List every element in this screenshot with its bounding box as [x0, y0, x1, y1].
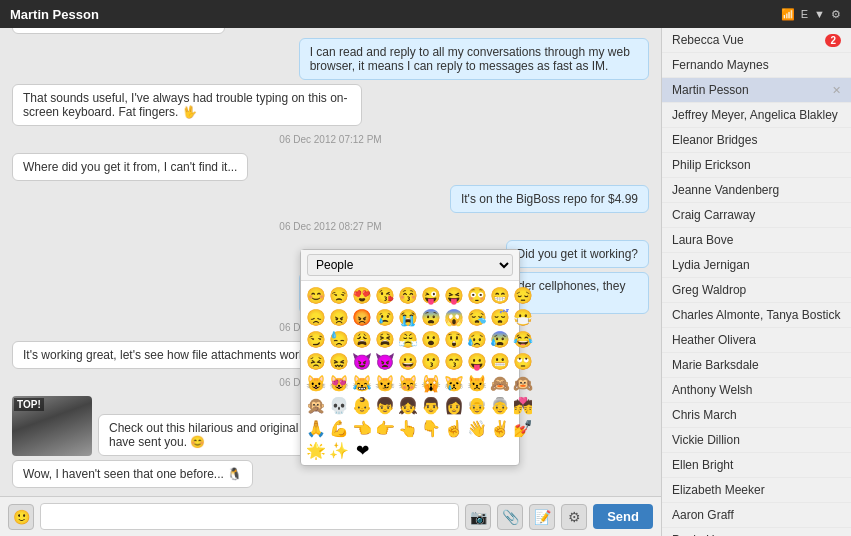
emoji-cell[interactable]: 🌟 [305, 440, 327, 461]
emoji-cell[interactable]: 😈 [351, 351, 373, 372]
emoji-cell[interactable]: ☝ [443, 418, 465, 439]
sidebar-contact-item[interactable]: Martin Pesson✕ [662, 78, 851, 103]
emoji-cell[interactable]: 👨 [420, 395, 442, 416]
emoji-cell[interactable]: 🙊 [305, 395, 327, 416]
emoji-cell[interactable]: 🙄 [512, 351, 534, 372]
sidebar-contact-item[interactable]: Jeanne Vandenberg [662, 178, 851, 203]
attachment-button[interactable]: 📎 [497, 504, 523, 530]
sidebar-contact-item[interactable]: Philip Erickson [662, 153, 851, 178]
emoji-cell[interactable]: 😡 [351, 307, 373, 328]
emoji-cell[interactable]: 💅 [512, 418, 534, 439]
emoji-cell[interactable]: 😿 [443, 373, 465, 394]
emoji-cell[interactable]: 😚 [397, 285, 419, 306]
emoji-cell[interactable]: 👦 [374, 395, 396, 416]
emoji-cell[interactable]: ❤ [351, 440, 373, 461]
emoji-cell[interactable]: 😣 [305, 351, 327, 372]
emoji-cell[interactable]: 😥 [466, 329, 488, 350]
emoji-cell[interactable]: 💏 [512, 395, 534, 416]
emoji-cell[interactable]: 😘 [374, 285, 396, 306]
emoji-cell[interactable]: 😏 [305, 329, 327, 350]
emoji-cell[interactable]: 😁 [489, 285, 511, 306]
sidebar-contact-item[interactable]: Paula Hance [662, 528, 851, 536]
emoji-cell[interactable]: 👿 [374, 351, 396, 372]
emoji-button[interactable]: 🙂 [8, 504, 34, 530]
note-button[interactable]: 📝 [529, 504, 555, 530]
sidebar-contact-item[interactable]: Jeffrey Meyer, Angelica Blakley [662, 103, 851, 128]
emoji-cell[interactable]: 😢 [374, 307, 396, 328]
emoji-cell[interactable]: 😻 [328, 373, 350, 394]
emoji-cell[interactable]: 😹 [351, 373, 373, 394]
emoji-cell[interactable]: 😝 [443, 285, 465, 306]
emoji-cell[interactable]: 👶 [351, 395, 373, 416]
emoji-cell[interactable]: 💪 [328, 418, 350, 439]
emoji-cell[interactable]: 😳 [466, 285, 488, 306]
sidebar-contact-item[interactable]: Chris March [662, 403, 851, 428]
sidebar-contact-item[interactable]: Elizabeth Meeker [662, 478, 851, 503]
emoji-cell[interactable]: ✨ [328, 440, 350, 461]
emoji-cell[interactable]: 👉 [374, 418, 396, 439]
emoji-cell[interactable]: 😂 [512, 329, 534, 350]
message-input[interactable] [40, 503, 459, 530]
emoji-cell[interactable]: 👈 [351, 418, 373, 439]
send-button[interactable]: Send [593, 504, 653, 529]
sidebar-contact-item[interactable]: Rebecca Vue2 [662, 28, 851, 53]
emoji-cell[interactable]: 😔 [512, 285, 534, 306]
emoji-cell[interactable]: 😮 [420, 329, 442, 350]
emoji-cell[interactable]: 😊 [305, 285, 327, 306]
emoji-cell[interactable]: 😬 [489, 351, 511, 372]
sidebar-contact-item[interactable]: Charles Almonte, Tanya Bostick [662, 303, 851, 328]
sidebar-contact-item[interactable]: Heather Olivera [662, 328, 851, 353]
emoji-cell[interactable]: 👆 [397, 418, 419, 439]
sidebar-contact-item[interactable]: Marie Barksdale [662, 353, 851, 378]
emoji-cell[interactable]: 😜 [420, 285, 442, 306]
emoji-cell[interactable]: 😩 [351, 329, 373, 350]
emoji-cell[interactable]: 💀 [328, 395, 350, 416]
emoji-cell[interactable]: 😲 [443, 329, 465, 350]
emoji-cell[interactable]: 😙 [443, 351, 465, 372]
emoji-cell[interactable]: 🙉 [512, 373, 534, 394]
emoji-cell[interactable]: 😒 [328, 285, 350, 306]
sidebar-contact-item[interactable]: Eleanor Bridges [662, 128, 851, 153]
sidebar-contact-item[interactable]: Craig Carraway [662, 203, 851, 228]
emoji-cell[interactable]: 👋 [466, 418, 488, 439]
emoji-cell[interactable]: 😨 [420, 307, 442, 328]
emoji-cell[interactable]: 👴 [466, 395, 488, 416]
emoji-cell[interactable]: 😼 [374, 373, 396, 394]
emoji-cell[interactable]: 😗 [420, 351, 442, 372]
emoji-cell[interactable]: 🙀 [420, 373, 442, 394]
emoji-cell[interactable]: 😾 [466, 373, 488, 394]
emoji-cell[interactable]: 😠 [328, 307, 350, 328]
emoji-cell[interactable]: 😱 [443, 307, 465, 328]
emoji-cell[interactable]: 😽 [397, 373, 419, 394]
emoji-cell[interactable]: 😛 [466, 351, 488, 372]
emoji-cell[interactable]: 👇 [420, 418, 442, 439]
emoji-cell[interactable]: 🙈 [489, 373, 511, 394]
emoji-cell[interactable]: 👧 [397, 395, 419, 416]
emoji-cell[interactable]: 😀 [397, 351, 419, 372]
emoji-cell[interactable]: 😤 [397, 329, 419, 350]
emoji-cell[interactable]: 👩 [443, 395, 465, 416]
emoji-cell[interactable]: 😖 [328, 351, 350, 372]
gear-button[interactable]: ⚙ [561, 504, 587, 530]
close-icon[interactable]: ✕ [832, 84, 841, 97]
emoji-cell[interactable]: 😍 [351, 285, 373, 306]
sidebar-contact-item[interactable]: Fernando Maynes [662, 53, 851, 78]
sidebar-contact-item[interactable]: Lydia Jernigan [662, 253, 851, 278]
sidebar-contact-item[interactable]: Anthony Welsh [662, 378, 851, 403]
emoji-cell[interactable]: 😪 [466, 307, 488, 328]
emoji-cell[interactable]: 😭 [397, 307, 419, 328]
emoji-cell[interactable]: ✌ [489, 418, 511, 439]
sidebar-contact-item[interactable]: Ellen Bright [662, 453, 851, 478]
emoji-cell[interactable]: 😰 [489, 329, 511, 350]
emoji-cell[interactable]: 😴 [489, 307, 511, 328]
emoji-category-select[interactable]: PeopleNatureObjectsPlacesSymbols [307, 254, 513, 276]
emoji-cell[interactable]: 😺 [305, 373, 327, 394]
sidebar-contact-item[interactable]: Vickie Dillion [662, 428, 851, 453]
sidebar-contact-item[interactable]: Aaron Graff [662, 503, 851, 528]
emoji-cell[interactable]: 😞 [305, 307, 327, 328]
emoji-cell[interactable]: 😫 [374, 329, 396, 350]
emoji-cell[interactable]: 👵 [489, 395, 511, 416]
emoji-cell[interactable]: 🙏 [305, 418, 327, 439]
emoji-cell[interactable]: 😓 [328, 329, 350, 350]
sidebar-contact-item[interactable]: Greg Waldrop [662, 278, 851, 303]
